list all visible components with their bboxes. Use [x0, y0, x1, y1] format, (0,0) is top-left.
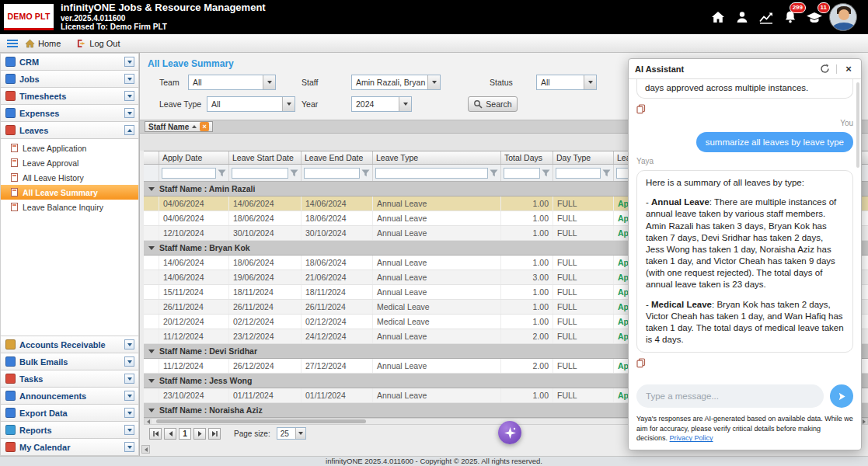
sidebar-item-export-data[interactable]: Export Data — [0, 404, 139, 422]
collapse-group-icon[interactable] — [144, 350, 159, 353]
sidebar-item-label: Leaves — [19, 126, 120, 135]
sidebar-subitem-all-leave-summary[interactable]: All Leave Summary — [1, 185, 138, 200]
sidebar-item-jobs[interactable]: Jobs — [0, 70, 139, 88]
chat-scrollbar[interactable] — [856, 82, 859, 168]
ai-assistant-fab[interactable] — [498, 421, 521, 444]
main-scroll-left-icon[interactable] — [141, 445, 150, 454]
year-select[interactable]: 2024 — [351, 96, 412, 112]
sidebar-subitem-leave-approval[interactable]: Leave Approval — [1, 155, 138, 170]
filter-funnel-icon[interactable] — [290, 169, 298, 177]
sidebar-subitem-leave-application[interactable]: Leave Application — [1, 141, 138, 155]
team-select[interactable]: All — [188, 75, 276, 90]
expand-toggle-icon[interactable] — [124, 374, 134, 384]
expand-toggle-icon[interactable] — [124, 339, 134, 350]
expand-toggle-icon[interactable] — [124, 91, 134, 101]
filter-funnel-icon[interactable] — [542, 169, 550, 177]
filter-input-total-days[interactable] — [504, 168, 540, 179]
refresh-icon[interactable] — [818, 63, 831, 75]
filter-funnel-icon[interactable] — [361, 169, 370, 177]
sidebar-subitem-all-leave-history[interactable]: All Leave History — [1, 170, 138, 185]
ai-message-input[interactable] — [636, 384, 824, 408]
home-icon[interactable] — [709, 8, 727, 26]
column-header-total-days[interactable]: Total Days — [501, 151, 553, 164]
expand-toggle-icon[interactable] — [124, 108, 134, 118]
sidebar-item-timesheets[interactable]: Timesheets — [0, 87, 139, 105]
leave-type-select[interactable]: All — [207, 96, 295, 112]
next-page-button[interactable] — [193, 428, 206, 440]
collapse-group-icon[interactable] — [144, 409, 159, 412]
bell-icon[interactable]: 299 — [781, 8, 800, 26]
sidebar-item-my-calendar[interactable]: My Calendar — [0, 438, 139, 456]
scrollbar-thumb[interactable] — [156, 419, 366, 423]
last-page-button[interactable] — [208, 428, 221, 440]
staff-value: Amin Razali, Bryan Ko — [352, 78, 427, 87]
chart-icon[interactable] — [757, 8, 776, 26]
column-header-leave-end-date[interactable]: Leave End Date — [302, 151, 373, 164]
send-button[interactable] — [830, 384, 853, 408]
app-version: ver.2025.4.011600 — [61, 14, 266, 23]
hamburger-menu-icon[interactable] — [7, 40, 18, 47]
expand-toggle-icon[interactable] — [124, 442, 134, 452]
column-header-leave-type[interactable]: Leave Type — [373, 151, 501, 164]
filter-cell-apply-date — [159, 165, 229, 181]
sidebar-item-leaves[interactable]: Leaves — [0, 121, 139, 139]
previous-page-button[interactable] — [164, 428, 176, 440]
collapse-group-icon[interactable] — [144, 246, 159, 250]
expand-toggle-icon[interactable] — [124, 391, 134, 401]
column-header-day-type[interactable]: Day Type — [553, 151, 614, 164]
group-chip-staff-name[interactable]: Staff Name × — [145, 121, 213, 132]
privacy-policy-link[interactable]: Privacy Policy — [670, 434, 713, 442]
expand-toggle-icon[interactable] — [124, 408, 134, 418]
sidebar-item-accounts-receivable[interactable]: Accounts Receivable — [0, 336, 139, 353]
filter-funnel-icon[interactable] — [490, 169, 498, 177]
sidebar-item-tasks[interactable]: Tasks — [0, 370, 139, 388]
nav-logout[interactable]: Log Out — [76, 39, 120, 48]
status-select[interactable]: All — [536, 75, 597, 90]
filter-input-leave-type[interactable] — [375, 168, 488, 179]
column-header-leave-start-date[interactable]: Leave Start Date — [229, 151, 302, 164]
collapse-group-icon[interactable] — [144, 187, 159, 191]
chevron-down-icon — [399, 97, 411, 111]
sidebar-item-expenses[interactable]: Expenses — [0, 104, 139, 122]
expand-toggle-icon[interactable] — [124, 425, 134, 435]
filter-input-leave-end-date[interactable] — [304, 168, 360, 179]
expand-toggle-icon[interactable] — [124, 74, 134, 84]
cell-apply-date: 23/10/2024 — [159, 388, 229, 402]
year-label: Year — [302, 99, 318, 109]
cell-leave-start-date: 19/06/2024 — [229, 270, 302, 284]
collapse-toggle-icon[interactable] — [124, 125, 134, 135]
scroll-left-icon[interactable] — [145, 419, 152, 424]
user-avatar[interactable] — [829, 3, 857, 31]
graduation-cap-icon[interactable]: 11 — [805, 8, 824, 26]
sidebar-item-announcements[interactable]: Announcements — [0, 387, 139, 405]
sidebar-item-reports[interactable]: Reports — [0, 421, 139, 439]
first-page-button[interactable] — [149, 428, 162, 440]
column-header-apply-date[interactable]: Apply Date — [159, 151, 229, 164]
staff-select[interactable]: Amin Razali, Bryan Ko — [351, 75, 441, 90]
page-size-select[interactable]: 25 — [277, 427, 306, 440]
sidebar-item-bulk-emails[interactable]: Bulk Emails — [0, 353, 139, 370]
copy-message-button[interactable] — [636, 357, 853, 368]
cell-day-type: FULL — [553, 270, 614, 284]
collapse-group-icon[interactable] — [144, 379, 159, 383]
copy-message-button[interactable] — [636, 103, 853, 114]
group-row-label: Staff Name : Noraisha Aziz — [159, 405, 263, 415]
filter-input-leave-start-date[interactable] — [232, 168, 288, 179]
subitem-label: Leave Balance Inquiry — [23, 203, 103, 212]
nav-home[interactable]: Home — [25, 39, 61, 48]
filter-funnel-icon[interactable] — [602, 169, 611, 177]
send-icon — [837, 391, 847, 402]
search-button[interactable]: Search — [468, 96, 518, 112]
remove-group-icon[interactable]: × — [200, 122, 209, 131]
expand-toggle-icon[interactable] — [124, 57, 134, 67]
filter-funnel-icon[interactable] — [218, 169, 226, 177]
sidebar-item-crm[interactable]: CRM — [0, 53, 139, 71]
user-clock-icon[interactable] — [733, 8, 751, 26]
filter-input-apply-date[interactable] — [162, 168, 216, 179]
nav-logout-icon — [76, 39, 86, 48]
filter-input-day-type[interactable] — [556, 168, 601, 179]
sidebar-subitem-leave-balance-inquiry[interactable]: Leave Balance Inquiry — [1, 200, 138, 214]
close-icon[interactable]: × — [842, 63, 855, 75]
expand-toggle-icon[interactable] — [124, 356, 134, 367]
current-page-button[interactable]: 1 — [179, 428, 191, 440]
